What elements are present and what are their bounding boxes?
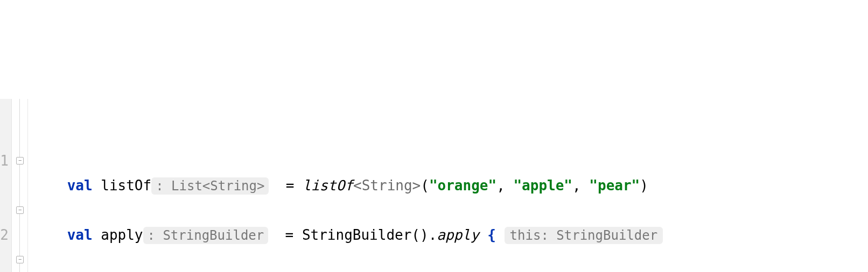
- type-hint: : StringBuilder: [143, 227, 269, 244]
- fold-gutter: − − − −: [12, 99, 28, 272]
- string-literal: "apple": [513, 177, 572, 194]
- code-line[interactable]: val listOf: List<String> = listOf<String…: [33, 173, 868, 198]
- identifier: apply: [93, 227, 143, 243]
- keyword-val: val: [67, 177, 93, 194]
- code-line[interactable]: [33, 124, 868, 148]
- code-area[interactable]: val listOf: List<String> = listOf<String…: [28, 99, 868, 272]
- code-editor[interactable]: 1 2 3 4 5 6 7 8 9 0 1 − − − − val listOf…: [0, 99, 868, 272]
- line-number-gutter: 1 2 3 4 5 6 7 8 9 0 1: [0, 99, 12, 272]
- fold-toggle-icon[interactable]: −: [16, 206, 24, 214]
- receiver-hint: this: StringBuilder: [505, 227, 663, 244]
- line-number: 1: [0, 148, 9, 173]
- line-number: 2: [0, 223, 9, 247]
- fold-toggle-icon[interactable]: −: [16, 157, 24, 164]
- code-line[interactable]: val apply: StringBuilder = StringBuilder…: [33, 223, 868, 247]
- fold-guide-line: [19, 99, 20, 272]
- fold-toggle-icon[interactable]: −: [16, 256, 24, 263]
- string-literal: "orange": [429, 177, 496, 194]
- type-hint: : List<String>: [151, 177, 269, 195]
- apply-call: apply: [437, 227, 479, 243]
- identifier: listOf: [101, 177, 151, 194]
- string-literal: "pear": [589, 177, 640, 194]
- keyword-val: val: [67, 227, 93, 243]
- function-call: listOf: [303, 177, 353, 194]
